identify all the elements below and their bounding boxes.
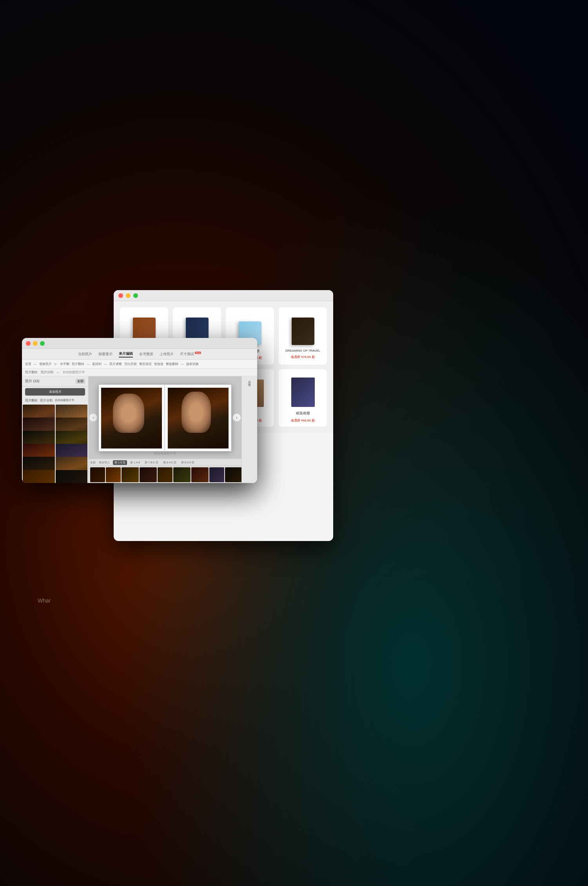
toolbar-sep-1: — <box>34 362 37 366</box>
toolbar-sep-2: — <box>87 362 90 366</box>
book-spread-left[interactable] <box>99 385 165 451</box>
toolbar-delete[interactable]: 整版删除 <box>166 362 178 366</box>
product-price-db: 会员价 ¥78.00 起 <box>291 355 315 359</box>
subtoolbar-photo-flip[interactable]: 照片翻转 <box>25 370 38 374</box>
photo-book-canvas <box>98 384 232 451</box>
sidebar-tab-split[interactable]: 照片分割 <box>40 398 53 403</box>
toolbar-count: 1~ <box>54 362 58 366</box>
filmstrip-tab-pages-4[interactable]: 第 8-4-6 页 <box>162 460 178 465</box>
product-price-p2: 会员价 ¥92.00 起 <box>291 418 315 423</box>
toolbar-sep-3: — <box>104 362 107 366</box>
subtoolbar-extra[interactable]: 自动创建照片书 <box>63 370 85 374</box>
tab-upload[interactable]: 上传照片 <box>160 352 174 357</box>
book-spread-right[interactable] <box>165 385 231 451</box>
book-dark-shape <box>292 318 314 345</box>
toolbar-replace[interactable]: 替换照片 <box>39 362 52 366</box>
product-card-placeholder-2[interactable]: 精装相册 会员价 ¥92.00 起 <box>279 369 327 427</box>
traffic-light-yellow[interactable] <box>126 293 131 298</box>
toolbar-sep-4: — <box>181 362 184 366</box>
upload-photos-button[interactable]: 添加照片 <box>25 388 85 396</box>
front-titlebar <box>22 338 257 349</box>
product-image-p2 <box>285 373 321 409</box>
film-thumb-9[interactable] <box>225 467 241 482</box>
product-name-db: DREAMING OF TRAVEL <box>285 349 320 352</box>
film-thumb-8[interactable] <box>209 467 224 482</box>
toolbar-settings[interactable]: 设置 <box>25 362 31 366</box>
film-thumb-5[interactable] <box>158 467 172 482</box>
filmstrip-prop-label: 全部 <box>90 461 96 465</box>
sidebar-thumbnail-grid <box>22 404 88 483</box>
filmstrip-tab-pages-3[interactable]: 第 7-8-6 页 <box>143 460 160 465</box>
toolbar-blank[interactable]: 空白页面 <box>124 362 137 366</box>
film-thumb-2[interactable] <box>106 467 121 482</box>
film-thumb-4[interactable] <box>140 467 157 482</box>
front-tl-green[interactable] <box>40 341 45 346</box>
traffic-light-red[interactable] <box>118 293 123 298</box>
sidebar-thumb-12[interactable] <box>56 470 88 483</box>
window-back-titlebar <box>114 290 333 301</box>
toolbar-back[interactable]: 返回到 <box>92 362 102 366</box>
front-body: 照片 (33) 全部 添加照片 照片翻转 照片分割 自动创建照片书 <box>22 376 257 483</box>
sidebar-thumb-11[interactable] <box>23 470 55 483</box>
canvas-hint: 双击填充照片书 <box>154 451 176 456</box>
tab-size-test[interactable]: 尺寸测试 New <box>180 352 201 357</box>
tab-photo-edit[interactable]: 来片编辑 <box>119 351 133 358</box>
product-name-p2: 精装相册 <box>296 411 310 416</box>
canvas-nav-next[interactable]: › <box>233 414 241 421</box>
front-subtoolbar: 照片翻转 照片分割 — 自动创建照片书 <box>22 369 257 376</box>
photo-right <box>168 388 229 448</box>
filmstrip-controls: 全部 本次导入 第 1-6 页 第 1-4-6 第 7-8-6 页 第 8-4-… <box>89 459 241 466</box>
subtoolbar-sep: — <box>56 370 60 374</box>
photo-left <box>101 388 162 448</box>
sidebar-tab-flip[interactable]: 照片翻转 <box>25 398 38 403</box>
film-thumb-3[interactable] <box>122 467 139 482</box>
filmstrip-tab-pages-2[interactable]: 第 1-4-6 <box>129 460 142 465</box>
toolbar-fill[interactable]: 整页填充 <box>139 362 152 366</box>
filmstrip-thumbs <box>89 466 241 483</box>
toolbar-smart[interactable]: 智放放 <box>154 362 163 366</box>
main-area: ‹ › 双击填充照片书 全部 本 <box>89 376 241 483</box>
window-front: 当前照片 相册显示 来片编辑 全书预览 上传照片 尺寸测试 New 设置 — 替… <box>22 338 257 483</box>
toolbar-flip-h[interactable]: 水平翻 <box>60 362 69 366</box>
front-tl-red[interactable] <box>26 341 31 346</box>
subtoolbar-photo-split[interactable]: 照片分割 <box>41 370 53 374</box>
sidebar: 照片 (33) 全部 添加照片 照片翻转 照片分割 自动创建照片书 <box>22 376 89 483</box>
product-image-dark-book <box>285 311 321 347</box>
tab-album-display[interactable]: 相册显示 <box>98 352 113 357</box>
sidebar-photo-count: 照片 (33) <box>25 379 40 384</box>
canvas-nav-prev[interactable]: ‹ <box>89 414 97 421</box>
filmstrip: 全部 本次导入 第 1-6 页 第 1-4-6 第 7-8-6 页 第 8-4-… <box>89 459 241 483</box>
film-thumb-7[interactable] <box>191 467 209 482</box>
sidebar-header: 照片 (33) 全部 <box>22 376 88 387</box>
front-toolbar: 设置 — 替换照片 1~ 水平翻 照片翻转 — 返回到 — 照片调整 空白页面 … <box>22 360 257 369</box>
toolbar-adjust[interactable]: 照片调整 <box>109 362 122 366</box>
toolbar-copyright[interactable]: 版权切换 <box>186 362 199 366</box>
traffic-light-green[interactable] <box>133 293 138 298</box>
sidebar-tabs: 照片翻转 照片分割 自动创建照片书 <box>22 397 88 404</box>
new-badge: New <box>195 352 201 354</box>
film-thumb-1[interactable] <box>90 467 105 482</box>
product-card-dark-book[interactable]: DREAMING OF TRAVEL 会员价 ¥78.00 起 <box>279 307 327 365</box>
sidebar-tab-auto[interactable]: 自动创建照片书 <box>55 398 74 403</box>
filmstrip-tab-pages-5[interactable]: 第 8-0-6 页 <box>180 460 196 465</box>
toolbar-photo-flip[interactable]: 照片翻转 <box>72 362 84 366</box>
film-thumb-6[interactable] <box>173 467 191 482</box>
canvas-area: ‹ › 双击填充照片书 <box>89 376 241 459</box>
tab-current-photo[interactable]: 当前照片 <box>78 352 92 357</box>
right-panel: 全局 整版 <box>241 376 257 483</box>
filmstrip-tab-import[interactable]: 本次导入 <box>97 460 111 465</box>
filmstrip-tab-pages-1[interactable]: 第 1-6 页 <box>113 460 127 465</box>
sidebar-btn-all[interactable]: 全部 <box>76 379 85 384</box>
front-tl-yellow[interactable] <box>33 341 38 346</box>
tab-full-preview[interactable]: 全书预览 <box>139 352 153 357</box>
front-nav: 当前照片 相册显示 来片编辑 全书预览 上传照片 尺寸测试 New <box>22 349 257 360</box>
